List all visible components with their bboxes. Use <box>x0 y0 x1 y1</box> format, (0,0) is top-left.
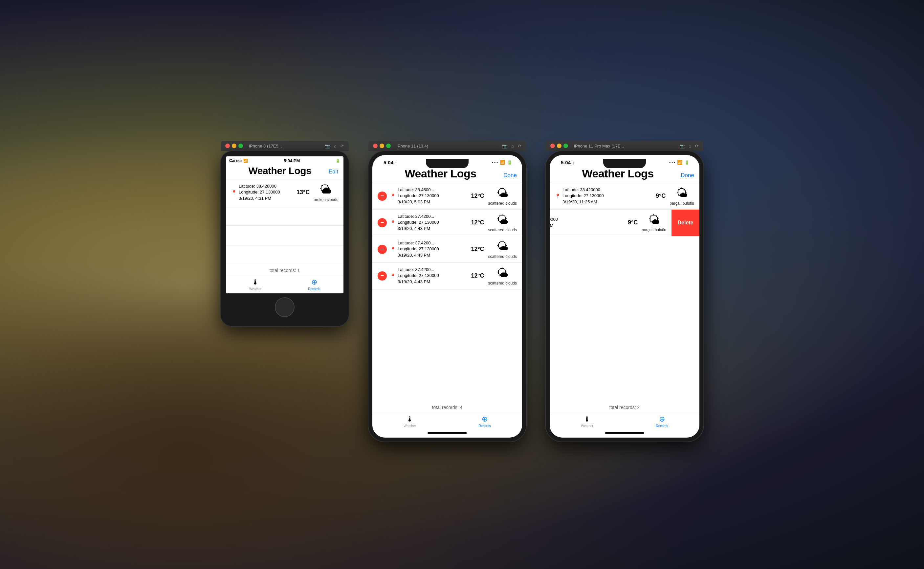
signal-dots-icon-promax: • • • <box>669 160 675 164</box>
home-bar-11 <box>428 432 467 434</box>
battery-icon-iphone8: 🔋 <box>335 159 340 163</box>
delete-label: Delete <box>677 220 693 226</box>
home-icon[interactable]: ⌂ <box>334 143 337 149</box>
home-icon-11[interactable]: ⌂ <box>511 143 514 149</box>
records-icon: ⊕ <box>311 278 317 286</box>
promax-list-item-inner-1: tude: 38.420000 /20, 11:24 AM 9°C 🌤 parç… <box>550 210 672 236</box>
list-item-1[interactable]: − 📍 Latitude: 37.4200... Longitude: 27.1… <box>372 210 522 236</box>
promax-item-latitude-1: tude: 38.420000 <box>550 216 624 222</box>
item-date-1: 3/19/20, 4:43 PM <box>398 226 467 231</box>
item-latitude-3: Latitude: 37.4200... <box>398 267 467 273</box>
iphone8-edit-button[interactable]: Edit <box>329 169 338 176</box>
iphone8-home-button[interactable] <box>275 297 294 317</box>
tab-records-label-11: Records <box>478 424 490 428</box>
item-latitude-0: Latitude: 38.4500... <box>398 187 467 193</box>
delete-minus-btn-0[interactable]: − <box>378 192 387 201</box>
promax-weather-icon-area-1: 🌤 parçalı bulutlu <box>642 213 666 233</box>
weather-desc-0: scattered clouds <box>488 201 517 205</box>
item-info-1: Latitude: 37.4200... Longitude: 27.13000… <box>398 213 467 231</box>
rotate-icon-promax[interactable]: ⟳ <box>695 143 699 149</box>
traffic-lights-iphone11 <box>373 143 391 148</box>
delete-minus-btn-1[interactable]: − <box>378 218 387 227</box>
traffic-lights-promax <box>550 143 568 148</box>
iphone-promax-tabbar: 🌡 Weather ⊕ Records <box>550 412 699 431</box>
home-bar-promax <box>605 432 644 434</box>
item-date-0: 3/19/20, 5:03 PM <box>398 199 467 205</box>
close-button-iphone8[interactable] <box>225 143 230 148</box>
maximize-button-iphone8[interactable] <box>238 143 243 148</box>
promax-item-longitude-1: /20, 11:24 AM <box>550 223 624 229</box>
list-item[interactable]: 📍 Latitude: 38.420000 Longitude: 27.1300… <box>226 180 343 206</box>
iphone8-nav-title: Weather Logs <box>248 165 311 176</box>
iphone8-titlebar: iPhone 8 (17E5... 📷 ⌂ ⟳ <box>221 141 349 151</box>
iphone-promax-total-records: total records: 2 <box>550 402 699 412</box>
minimize-button-iphone8[interactable] <box>232 143 237 148</box>
iphone11-simulator: iPhone 11 (13.4) 📷 ⌂ ⟳ 5:04 ↑ • • • 📶 <box>369 141 526 441</box>
tab-records-iphone11[interactable]: ⊕ Records <box>478 415 490 428</box>
list-item-3[interactable]: − 📍 Latitude: 37.4200... Longitude: 27.1… <box>372 263 522 289</box>
promax-weather-desc-0: parçalı bulutlu <box>669 201 694 205</box>
item-temp: 13°C <box>296 189 310 196</box>
tab-records-promax[interactable]: ⊕ Records <box>656 415 668 428</box>
iphone11-title: iPhone 11 (13.4) <box>397 143 499 149</box>
item-longitude-2: Longitude: 27.130000 <box>398 246 467 252</box>
rotate-icon[interactable]: ⟳ <box>340 143 344 149</box>
iphone-promax-done-button[interactable]: Done <box>681 172 694 180</box>
iphone-promax-navbar: Weather Logs Done <box>550 167 699 183</box>
iphone-promax-titlebar: iPhone 11 Pro Max (17E... 📷 ⌂ ⟳ <box>546 141 703 151</box>
camera-icon-11[interactable]: 📷 <box>502 143 507 149</box>
location-pin-icon-2: 📍 <box>390 247 396 252</box>
list-item-2[interactable]: − 📍 Latitude: 37.4200... Longitude: 27.1… <box>372 236 522 263</box>
iphone8-title: iPhone 8 (17E5... <box>249 143 322 149</box>
location-pin-icon: 📍 <box>231 190 237 195</box>
tab-weather-promax[interactable]: 🌡 Weather <box>581 415 593 428</box>
iphone11-done-button[interactable]: Done <box>504 172 517 180</box>
item-latitude: Latitude: 38.420000 <box>239 183 293 189</box>
tab-weather-iphone8[interactable]: 🌡 Weather <box>249 278 262 291</box>
promax-list-item-0[interactable]: 📍 Latitude: 38.420000 Longitude: 27.1300… <box>550 183 699 210</box>
camera-icon[interactable]: 📷 <box>325 143 330 149</box>
iphone-promax-simulator: iPhone 11 Pro Max (17E... 📷 ⌂ ⟳ 5:04 ↑ •… <box>546 141 703 441</box>
iphone11-time: 5:04 ↑ <box>380 160 397 165</box>
promax-weather-desc-1: parçalı bulutlu <box>642 228 666 232</box>
item-latitude-1: Latitude: 37.4200... <box>398 213 467 219</box>
tab-weather-iphone11[interactable]: 🌡 Weather <box>404 415 416 428</box>
home-icon-promax[interactable]: ⌂ <box>689 143 691 149</box>
battery-icon-promax: 🔋 <box>684 160 690 165</box>
tab-weather-label-promax: Weather <box>581 424 593 428</box>
iphone11-body: 5:04 ↑ • • • 📶 🔋 Weather Logs Done <box>369 151 526 441</box>
weather-desc-1: scattered clouds <box>488 228 517 232</box>
promax-item-longitude-0: Longitude: 27.130000 <box>563 193 652 199</box>
list-item[interactable]: − 📍 Latitude: 38.4500... Longitude: 27.1… <box>372 183 522 210</box>
minimize-button-iphone11[interactable] <box>379 143 384 148</box>
tab-weather-label-11: Weather <box>404 424 416 428</box>
close-button-promax[interactable] <box>550 143 555 148</box>
tab-records-label-promax: Records <box>656 424 668 428</box>
maximize-button-promax[interactable] <box>563 143 568 148</box>
promax-item-temp-0: 9°C <box>656 193 666 199</box>
camera-icon-promax[interactable]: 📷 <box>680 143 684 149</box>
delete-action-button[interactable]: Delete <box>672 210 699 236</box>
iphone8-body: Carrier 📶 5:04 PM 🔋 Weather Logs Edit <box>221 151 349 326</box>
delete-minus-btn-2[interactable]: − <box>378 245 387 254</box>
item-info: Latitude: 38.420000 Longitude: 27.130000… <box>239 183 293 201</box>
delete-minus-btn-3[interactable]: − <box>378 271 387 281</box>
iphone-promax-body: 5:04 ↑ • • • 📶 🔋 Weather Logs Done <box>546 151 703 441</box>
location-pin-icon-3: 📍 <box>390 273 396 278</box>
iphone-promax-list: 📍 Latitude: 38.420000 Longitude: 27.1300… <box>550 183 699 402</box>
weather-partly-cloudy-icon: 🌥 <box>314 183 338 196</box>
close-button-iphone11[interactable] <box>373 143 378 148</box>
maximize-button-iphone11[interactable] <box>386 143 391 148</box>
item-temp-1: 12°C <box>471 219 484 226</box>
iphone11-navbar: Weather Logs Done <box>372 167 522 183</box>
wifi-icon-iphone11: 📶 <box>500 160 505 165</box>
iphone8-simulator: iPhone 8 (17E5... 📷 ⌂ ⟳ Carrier 📶 5:04 P… <box>221 141 349 326</box>
tab-records-iphone8[interactable]: ⊕ Records <box>308 278 320 291</box>
minimize-button-promax[interactable] <box>557 143 561 148</box>
rotate-icon-11[interactable]: ⟳ <box>518 143 522 149</box>
promax-list-item-1[interactable]: tude: 38.420000 /20, 11:24 AM 9°C 🌤 parç… <box>550 210 699 236</box>
weather-icon-area: 🌥 broken clouds <box>314 183 338 202</box>
iphone8-navbar: Weather Logs Edit <box>226 165 343 180</box>
iphone-promax-nav-title: Weather Logs <box>582 167 654 180</box>
iphone11-list: − 📍 Latitude: 38.4500... Longitude: 27.1… <box>372 183 522 402</box>
